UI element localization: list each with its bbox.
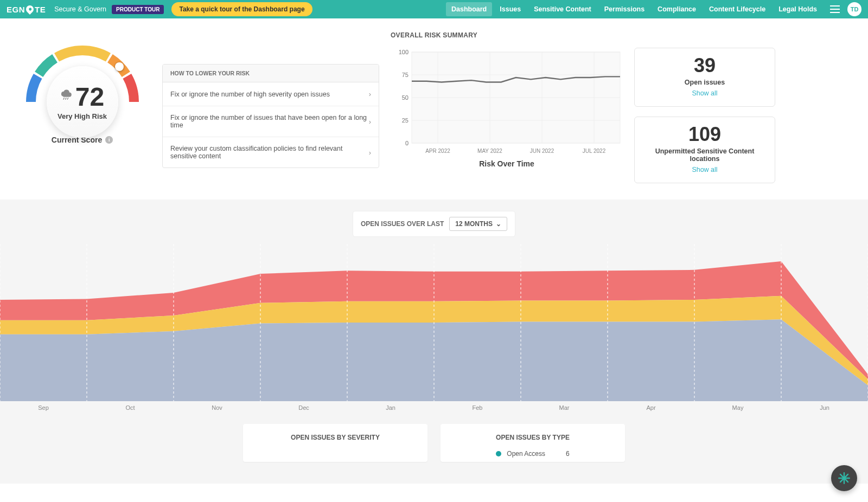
month-tick: May xyxy=(694,404,781,411)
spark-icon xyxy=(837,471,851,484)
unpermitted-show-all-link[interactable]: Show all xyxy=(692,166,717,173)
chevron-right-icon: › xyxy=(369,118,371,126)
unpermitted-label: Unpermitted Sensitive Content locations xyxy=(640,147,769,163)
month-tick: Feb xyxy=(434,404,521,411)
month-tick: Jan xyxy=(347,404,434,411)
secure-govern-label: Secure & Govern xyxy=(54,5,106,13)
open-issues-count: 39 xyxy=(640,56,769,75)
open-issues-by-severity-card: OPEN ISSUES BY SEVERITY xyxy=(243,424,427,462)
user-avatar[interactable]: TD xyxy=(847,2,861,16)
bottom-cards-row: OPEN ISSUES BY SEVERITY OPEN ISSUES BY T… xyxy=(0,424,868,484)
tip-row[interactable]: Fix or ignore the number of high severit… xyxy=(163,82,379,106)
stat-cards-column: 39 Open issues Show all 109 Unpermitted … xyxy=(634,48,775,183)
nav-content-lifecycle[interactable]: Content Lifecycle xyxy=(704,2,771,16)
brand-logo-mark-icon xyxy=(24,4,35,15)
open-issues-range-select[interactable]: 12 MONTHS ⌄ xyxy=(449,217,507,231)
tip-text: Review your custom classification polici… xyxy=(170,145,349,160)
unpermitted-count: 109 xyxy=(640,125,769,144)
nav-sensitive-content[interactable]: Sensitive Content xyxy=(528,2,597,16)
svg-text:100: 100 xyxy=(399,49,409,55)
risk-over-time-column: 0255075100APR 2022MAY 2022JUN 2022JUL 20… xyxy=(390,48,623,168)
gauge-inner-circle: 72 Very High Risk xyxy=(47,66,118,138)
risk-over-time-title: Risk Over Time xyxy=(390,159,623,168)
open-issues-by-type-card: OPEN ISSUES BY TYPE Open Access 6 xyxy=(441,424,625,462)
primary-nav: Dashboard Issues Sensitive Content Permi… xyxy=(446,2,822,16)
open-issues-section: OPEN ISSUES OVER LAST 12 MONTHS ⌄ SepOct… xyxy=(0,199,868,484)
type-legend-value: 6 xyxy=(566,450,570,458)
open-issues-label: Open issues xyxy=(640,79,769,86)
brand-text-right: TE xyxy=(35,5,46,14)
chevron-right-icon: › xyxy=(369,90,371,98)
svg-text:APR 2022: APR 2022 xyxy=(425,148,450,154)
info-icon[interactable]: i xyxy=(105,136,113,144)
brand-logo: EGN TE xyxy=(7,5,46,14)
gauge-risk-label: Very High Risk xyxy=(58,112,107,120)
month-tick: Jun xyxy=(781,404,868,411)
month-tick: Apr xyxy=(608,404,694,411)
open-issues-header: OPEN ISSUES OVER LAST 12 MONTHS ⌄ xyxy=(353,211,515,236)
svg-text:JUN 2022: JUN 2022 xyxy=(530,148,554,154)
svg-line-34 xyxy=(840,474,843,477)
hamburger-menu-icon[interactable] xyxy=(830,5,840,13)
svg-text:75: 75 xyxy=(402,72,409,78)
top-nav: EGN TE Secure & Govern PRODUCT TOUR Take… xyxy=(0,0,868,18)
unpermitted-locations-card: 109 Unpermitted Sensitive Content locati… xyxy=(634,117,775,183)
nav-compliance[interactable]: Compliance xyxy=(652,2,701,16)
area-chart-svg xyxy=(0,244,868,401)
open-issues-label: OPEN ISSUES OVER LAST xyxy=(361,220,444,228)
open-issues-range-value: 12 MONTHS xyxy=(455,220,493,228)
svg-line-37 xyxy=(840,480,843,482)
tip-text: Fix or ignore the number of issues that … xyxy=(170,114,369,129)
svg-text:0: 0 xyxy=(405,140,409,146)
type-card-title: OPEN ISSUES BY TYPE xyxy=(450,434,615,441)
tip-row[interactable]: Review your custom classification polici… xyxy=(163,137,379,168)
month-tick: Nov xyxy=(174,404,260,411)
summary-row: 72 Very High Risk Current Score i HOW TO… xyxy=(0,48,868,199)
open-issues-card: 39 Open issues Show all xyxy=(634,48,775,107)
svg-line-35 xyxy=(846,480,848,482)
type-legend-dot-icon xyxy=(496,451,501,456)
gauge-score-value: 72 xyxy=(75,84,104,110)
month-tick: Mar xyxy=(521,404,608,411)
risk-over-time-chart: 0255075100APR 2022MAY 2022JUN 2022JUL 20… xyxy=(390,48,623,156)
tips-column: HOW TO LOWER YOUR RISK Fix or ignore the… xyxy=(162,48,379,168)
month-tick: Oct xyxy=(87,404,174,411)
cloud-rain-icon xyxy=(60,90,72,104)
svg-line-36 xyxy=(846,474,848,477)
month-tick: Sep xyxy=(0,404,87,411)
overall-risk-summary-title: OVERALL RISK SUMMARY xyxy=(0,18,868,48)
chevron-right-icon: › xyxy=(369,149,371,157)
month-tick: Dec xyxy=(260,404,347,411)
chevron-down-icon: ⌄ xyxy=(496,220,501,228)
product-tour-badge: PRODUCT TOUR xyxy=(112,5,164,14)
svg-text:MAY 2022: MAY 2022 xyxy=(477,148,502,154)
svg-point-38 xyxy=(843,477,846,480)
severity-card-title: OPEN ISSUES BY SEVERITY xyxy=(253,434,418,441)
nav-issues[interactable]: Issues xyxy=(494,2,526,16)
area-chart-month-axis: SepOctNovDecJanFebMarAprMayJun xyxy=(0,401,868,424)
tip-row[interactable]: Fix or ignore the number of issues that … xyxy=(163,106,379,137)
open-issues-show-all-link[interactable]: Show all xyxy=(692,89,717,97)
nav-permissions[interactable]: Permissions xyxy=(599,2,650,16)
risk-gauge: 72 Very High Risk xyxy=(25,48,139,129)
svg-text:JUL 2022: JUL 2022 xyxy=(583,148,606,154)
type-legend-label: Open Access xyxy=(507,450,545,458)
nav-dashboard[interactable]: Dashboard xyxy=(446,2,492,16)
nav-legal-holds[interactable]: Legal Holds xyxy=(773,2,822,16)
open-issues-area-chart xyxy=(0,244,868,401)
lower-risk-tips-box: HOW TO LOWER YOUR RISK Fix or ignore the… xyxy=(162,64,379,168)
type-legend-row: Open Access 6 xyxy=(450,450,615,458)
gauge-needle-dot xyxy=(115,62,124,71)
take-tour-button[interactable]: Take a quick tour of the Dashboard page xyxy=(171,2,312,16)
tip-text: Fix or ignore the number of high severit… xyxy=(170,91,330,98)
svg-text:50: 50 xyxy=(402,94,409,101)
tips-header: HOW TO LOWER YOUR RISK xyxy=(163,65,379,82)
svg-text:25: 25 xyxy=(402,117,409,124)
brand-text-left: EGN xyxy=(7,5,25,14)
gauge-column: 72 Very High Risk Current Score i xyxy=(13,48,151,144)
